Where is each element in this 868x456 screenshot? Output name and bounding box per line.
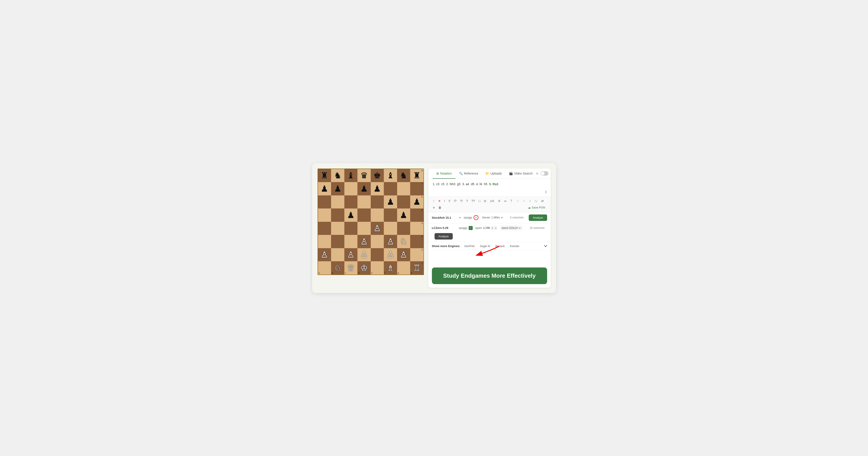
square-a4[interactable] [318, 222, 331, 235]
toolbar-left-btn[interactable]: ← [522, 198, 527, 204]
square-a5[interactable] [318, 208, 331, 222]
save-pgn-button[interactable]: ☁ Save PGN [526, 205, 547, 210]
toolbar-q-btn[interactable]: ? [465, 198, 469, 204]
square-g8[interactable]: ♞ [397, 169, 410, 182]
stockfish-analyze-btn[interactable]: Analyze [529, 215, 547, 221]
square-b6[interactable] [331, 195, 344, 209]
square-f8[interactable]: ♝ [384, 169, 397, 182]
toolbar-updown-btn[interactable]: ↕ [528, 198, 532, 204]
square-e5[interactable] [371, 208, 384, 222]
syzygy-check-circle[interactable]: ✓ [473, 215, 478, 220]
square-e8[interactable]: ♚ [371, 169, 384, 182]
square-h3[interactable]: 3 [410, 235, 424, 248]
square-c1[interactable]: c♕ [344, 261, 358, 275]
tab-video-search[interactable]: 🎬 Video Search [505, 169, 536, 179]
square-h6[interactable]: 6♟ [410, 195, 424, 209]
cpuct-increase[interactable]: › [494, 226, 497, 230]
stockfish-dropdown[interactable] [459, 217, 461, 219]
square-b7[interactable]: ♟ [331, 182, 344, 195]
chess-board[interactable]: ♜♞♝♛♚♝♞8♜♟♟♟♟7♟6♟♟♟5♙4♙♙♘3♙♙♙♙♙2ab♘c♕d♔e… [317, 169, 424, 275]
tab-notation[interactable]: ⊞ Notation [433, 169, 455, 179]
toolbar-lines-btn[interactable]: ≡ [432, 205, 436, 210]
square-d5[interactable] [358, 208, 371, 222]
toolbar-double-exclaim-btn[interactable]: !! [447, 198, 452, 204]
toolbar-right-btn[interactable]: → [515, 198, 520, 204]
square-g6[interactable] [397, 195, 410, 209]
toolbar-exclaim-q-btn[interactable]: !? [453, 198, 458, 204]
toolbar-x-btn[interactable]: ✕ [437, 198, 442, 204]
toolbar-arrows-btn[interactable]: ↑↓ [533, 198, 539, 204]
cpuct-decrease[interactable]: ‹ [491, 226, 494, 230]
square-f1[interactable]: f♗ [384, 261, 397, 275]
toolbar-trash-btn[interactable]: 🗑 [437, 205, 442, 210]
square-c8[interactable]: ♝ [344, 169, 358, 182]
square-h7[interactable]: 7 [410, 182, 424, 195]
square-h8[interactable]: 8♜ [410, 169, 424, 182]
square-a8[interactable]: ♜ [318, 169, 331, 182]
square-f6[interactable]: ♟ [384, 195, 397, 209]
toolbar-q-exclaim-btn[interactable]: ?! [459, 198, 464, 204]
square-d3[interactable]: ♙ [358, 235, 371, 248]
lczero-model-dropdown[interactable]: latest-320x24 [500, 226, 523, 230]
toolbar-minus-btn[interactable]: ∓ [497, 198, 502, 204]
square-d4[interactable] [358, 222, 371, 235]
square-d7[interactable]: ♟ [358, 182, 371, 195]
square-a6[interactable] [318, 195, 331, 209]
square-c4[interactable] [344, 222, 358, 235]
square-e2[interactable] [371, 248, 384, 261]
toolbar-square-btn[interactable]: □ [477, 198, 481, 204]
square-f4[interactable] [384, 222, 397, 235]
square-d6[interactable] [358, 195, 371, 209]
toolbar-plusminus-btn[interactable]: ±∓ [489, 198, 495, 204]
square-c7[interactable] [344, 182, 358, 195]
square-e3[interactable] [371, 235, 384, 248]
square-a7[interactable]: ♟ [318, 182, 331, 195]
square-e6[interactable] [371, 195, 384, 209]
square-g4[interactable] [397, 222, 410, 235]
resize-handle[interactable]: ⇕ [544, 190, 548, 195]
square-f5[interactable] [384, 208, 397, 222]
square-d2[interactable]: ♙ [358, 248, 371, 261]
notation-area[interactable]: 1. c3 c5 2. Nh3 g5 3. a4 d5 4. f4 h5 5. … [428, 179, 551, 197]
square-b5[interactable] [331, 208, 344, 222]
square-c3[interactable] [344, 235, 358, 248]
square-f2[interactable]: ♙ [384, 248, 397, 261]
toolbar-exclaim-btn[interactable]: ! [443, 198, 446, 204]
toolbar-up-btn[interactable]: ↑ [432, 198, 436, 204]
square-c6[interactable] [344, 195, 358, 209]
square-b3[interactable] [331, 235, 344, 248]
lczero-analyze-btn[interactable]: Analyze [435, 233, 453, 239]
toolbar-double-q-btn[interactable]: ?? [470, 198, 476, 204]
tab-uploads[interactable]: 📁 Uploads [482, 169, 505, 179]
square-a3[interactable] [318, 235, 331, 248]
square-e1[interactable]: e [371, 261, 384, 275]
square-g2[interactable]: ♙ [397, 248, 410, 261]
square-h4[interactable]: 4 [410, 222, 424, 235]
square-b4[interactable] [331, 222, 344, 235]
square-g3[interactable]: ♘ [397, 235, 410, 248]
square-g1[interactable]: g [397, 261, 410, 275]
square-g5[interactable]: ♟ [397, 208, 410, 222]
show-more-chevron[interactable] [544, 245, 547, 248]
square-h5[interactable]: 5 [410, 208, 424, 222]
square-a2[interactable]: ♙ [318, 248, 331, 261]
square-b1[interactable]: b♘ [331, 261, 344, 275]
square-g7[interactable] [397, 182, 410, 195]
lczero-syzygy-check[interactable]: ✓ [469, 226, 473, 230]
toolbar-circle-btn[interactable]: ⊙ [483, 198, 488, 204]
square-f7[interactable] [384, 182, 397, 195]
square-h1[interactable]: 1h♖ [410, 261, 424, 275]
square-h2[interactable]: 2 [410, 248, 424, 261]
toggle-switch[interactable] [540, 171, 549, 176]
square-a1[interactable]: a [318, 261, 331, 275]
square-e4[interactable]: ♙ [371, 222, 384, 235]
square-c2[interactable]: ♙ [344, 248, 358, 261]
square-c5[interactable]: ♟ [344, 208, 358, 222]
toolbar-inf-btn[interactable]: ∞ [503, 198, 507, 204]
square-f3[interactable]: ♙ [384, 235, 397, 248]
square-d1[interactable]: d♔ [358, 261, 371, 275]
square-e7[interactable]: ♟ [371, 182, 384, 195]
toolbar-exchange-btn[interactable]: ⇄ [540, 198, 545, 204]
tab-reference[interactable]: 🔍 Reference [455, 169, 482, 179]
square-d8[interactable]: ♛ [358, 169, 371, 182]
